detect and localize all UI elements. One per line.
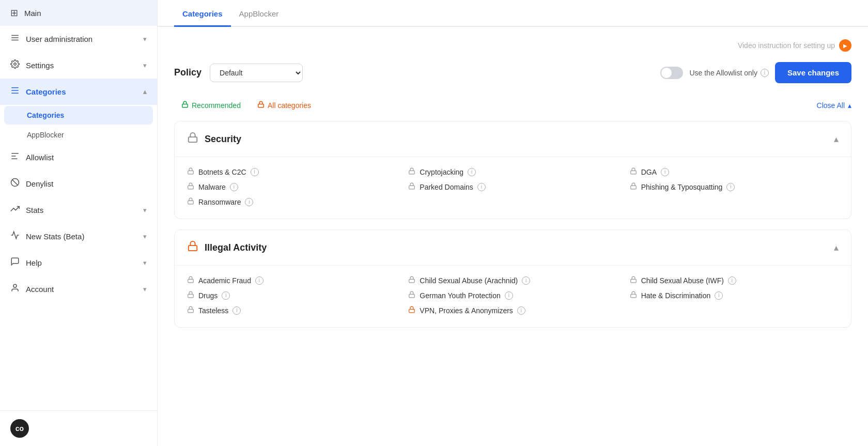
item-label: Botnets & C2C: [198, 168, 246, 176]
sidebar-item-settings[interactable]: Settings ▾: [0, 52, 157, 79]
sidebar-item-main[interactable]: ⊞ Main: [0, 0, 157, 26]
svg-rect-25: [409, 279, 415, 282]
sidebar-item-label: Account: [26, 285, 137, 294]
lock-icon: [630, 182, 637, 191]
svg-rect-13: [182, 104, 188, 107]
svg-rect-31: [409, 309, 415, 312]
sidebar-item-categories[interactable]: Categories ▴: [0, 79, 157, 105]
sidebar-item-allowlist[interactable]: Allowlist: [0, 144, 157, 171]
user-badge[interactable]: co: [10, 419, 29, 438]
sidebar-item-stats[interactable]: Stats ▾: [0, 197, 157, 223]
recommended-lock-icon: [181, 101, 189, 110]
svg-rect-15: [189, 137, 197, 142]
allowlist-toggle[interactable]: [660, 67, 683, 79]
lock-icon: [408, 167, 415, 176]
policy-label: Policy: [174, 67, 202, 78]
svg-rect-28: [409, 294, 415, 297]
illegal-activity-items-grid: Academic Fraud i Child Sexual Abuse (Ara…: [187, 276, 839, 315]
security-chevron-up-icon: ▴: [834, 133, 839, 145]
sidebar-subitem-label: AppBlocker: [27, 131, 64, 139]
policy-select[interactable]: Default Strict Custom: [210, 64, 303, 82]
security-section-header[interactable]: Security ▴: [175, 121, 851, 157]
lock-icon: [408, 306, 415, 315]
sidebar-subitem-label: Categories: [27, 111, 64, 119]
lock-icon: [187, 306, 194, 315]
policy-right-controls: Use the Allowlist only i Save changes: [660, 62, 851, 83]
illegal-activity-title: Illegal Activity: [205, 242, 267, 253]
chevron-down-icon: ▾: [143, 35, 147, 43]
svg-line-11: [12, 180, 18, 186]
save-changes-button[interactable]: Save changes: [775, 62, 851, 83]
svg-rect-14: [258, 104, 264, 107]
sidebar-item-new-stats[interactable]: New Stats (Beta) ▾: [0, 223, 157, 250]
info-icon[interactable]: i: [251, 168, 259, 176]
item-label: VPN, Proxies & Anonymizers: [420, 306, 513, 315]
chevron-up-icon: ▴: [848, 101, 851, 110]
sidebar-subitem-categories[interactable]: Categories: [4, 106, 153, 125]
category-item-german-youth: German Youth Protection i: [408, 291, 617, 300]
info-icon[interactable]: i: [468, 168, 476, 176]
tab-appblocker[interactable]: AppBlocker: [231, 0, 287, 27]
category-item-vpn: VPN, Proxies & Anonymizers i: [408, 306, 617, 315]
security-items-grid: Botnets & C2C i Cryptojacking i: [187, 167, 839, 206]
security-lock-icon: [187, 132, 198, 146]
svg-rect-22: [188, 201, 194, 204]
svg-rect-17: [409, 171, 415, 174]
svg-rect-19: [188, 186, 194, 189]
sidebar-subitem-appblocker[interactable]: AppBlocker: [0, 126, 157, 144]
sidebar-item-denylist[interactable]: Denylist: [0, 171, 157, 197]
lock-icon: [408, 291, 415, 300]
sidebar: ⊞ Main User administration ▾ Settings ▾ …: [0, 0, 158, 446]
illegal-activity-section: Illegal Activity ▴ Academic Fraud i: [174, 229, 851, 328]
category-item-drugs: Drugs i: [187, 291, 396, 300]
category-item-csam-arachnid: Child Sexual Abuse (Arachnid) i: [408, 276, 617, 285]
category-item-malware: Malware i: [187, 182, 396, 191]
allowlist-info-icon[interactable]: i: [761, 69, 769, 77]
new-stats-icon: [10, 230, 20, 242]
info-icon[interactable]: i: [726, 183, 735, 191]
policy-row: Policy Default Strict Custom Use the All…: [174, 62, 851, 83]
security-body: Botnets & C2C i Cryptojacking i: [175, 157, 851, 219]
illegal-activity-section-header[interactable]: Illegal Activity ▴: [175, 230, 851, 265]
svg-rect-24: [188, 279, 194, 282]
svg-rect-18: [630, 171, 636, 174]
info-icon[interactable]: i: [728, 276, 736, 285]
info-icon[interactable]: i: [230, 183, 238, 191]
allowlist-label: Use the Allowlist only i: [689, 69, 769, 77]
video-instruction-label: Video instruction for setting up: [738, 41, 835, 50]
tab-categories[interactable]: Categories: [174, 0, 231, 27]
info-icon[interactable]: i: [505, 291, 513, 300]
info-icon[interactable]: i: [255, 276, 264, 285]
info-icon[interactable]: i: [661, 168, 669, 176]
lock-icon: [630, 276, 637, 285]
info-icon[interactable]: i: [222, 291, 230, 300]
sidebar-item-help[interactable]: Help ▾: [0, 250, 157, 276]
sidebar-item-user-administration[interactable]: User administration ▾: [0, 26, 157, 52]
info-icon[interactable]: i: [522, 276, 530, 285]
sidebar-item-label: Settings: [26, 61, 137, 70]
info-icon[interactable]: i: [715, 291, 723, 300]
filter-tab-all-categories[interactable]: All categories: [250, 98, 318, 113]
item-label: Hate & Discrimination: [641, 291, 711, 300]
lock-icon: [408, 276, 415, 285]
filter-tab-recommended[interactable]: Recommended: [174, 98, 248, 113]
item-label: Child Sexual Abuse (Arachnid): [420, 276, 518, 285]
info-icon[interactable]: i: [245, 198, 253, 206]
category-item-ransomware: Ransomware i: [187, 197, 396, 206]
sidebar-item-account[interactable]: Account ▾: [0, 276, 157, 302]
item-label: Academic Fraud: [198, 276, 251, 285]
category-item-cryptojacking: Cryptojacking i: [408, 167, 617, 176]
denylist-icon: [10, 178, 20, 190]
sidebar-item-label: Stats: [26, 206, 137, 214]
category-item-academic-fraud: Academic Fraud i: [187, 276, 396, 285]
video-play-button[interactable]: ▶: [839, 39, 851, 52]
close-all-button[interactable]: Close All ▴: [817, 101, 851, 110]
info-icon[interactable]: i: [517, 306, 525, 315]
filter-tabs: Recommended All categories Close All ▴: [174, 98, 851, 113]
item-label: German Youth Protection: [420, 291, 500, 300]
info-icon[interactable]: i: [477, 183, 486, 191]
lock-icon: [187, 167, 194, 176]
info-icon[interactable]: i: [233, 306, 241, 315]
svg-point-12: [13, 284, 17, 287]
stats-icon: [10, 204, 20, 216]
